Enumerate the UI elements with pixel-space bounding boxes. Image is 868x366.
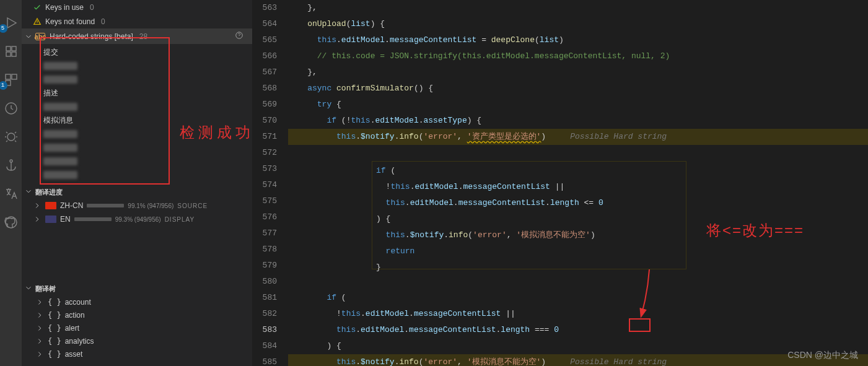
svg-rect-2 — [12, 46, 16, 51]
code-line[interactable]: !this.editModel.messageContentList || — [288, 306, 868, 322]
code-line[interactable] — [288, 274, 868, 290]
hardcoded-item[interactable] — [43, 74, 252, 85]
line-number: 574 — [252, 177, 277, 193]
activity-bar: 5 1 — [0, 0, 22, 366]
line-number: 570 — [252, 113, 277, 129]
keys-not-found-label: Keys not found — [45, 17, 95, 26]
check-icon — [33, 3, 42, 12]
code-line[interactable]: async confirmSimulator() { — [288, 81, 868, 97]
github-icon[interactable] — [4, 215, 19, 230]
lang-row[interactable]: ZH-CN 99.1% (947/956) SOURCE — [22, 199, 252, 212]
chevron-right-icon — [35, 350, 44, 359]
tree-item[interactable]: { }account — [24, 295, 252, 308]
code-line[interactable]: this.$notify.info('error', '模拟消息不能为空') P… — [288, 354, 868, 366]
help-icon[interactable] — [235, 31, 243, 41]
line-number: 567 — [252, 64, 277, 81]
sidebar-panel: Keys in use 0 Keys not found 0 abc Hard-… — [22, 0, 252, 366]
lang-code: EN — [60, 215, 71, 224]
svg-point-9 — [7, 133, 15, 141]
puzzle-icon[interactable] — [4, 44, 19, 59]
tree-header-label: 翻译树 — [35, 284, 56, 294]
keys-not-found-count: 0 — [101, 17, 105, 26]
line-number: 582 — [252, 306, 277, 322]
chevron-right-icon — [33, 215, 42, 224]
hardcoded-item[interactable]: 描述 — [43, 87, 252, 98]
svg-rect-6 — [12, 74, 17, 79]
line-number: 563 — [252, 0, 277, 16]
code-line[interactable]: if (!this.editModel.assetType) { — [288, 113, 868, 129]
code-line[interactable]: ) { — [288, 338, 868, 354]
line-number: 578 — [252, 242, 277, 258]
keys-in-use-row[interactable]: Keys in use 0 — [22, 0, 252, 14]
code-line[interactable]: }, — [288, 64, 868, 81]
translation-progress-header[interactable]: 翻译进度 — [22, 185, 252, 199]
extensions-icon[interactable]: 1 — [4, 72, 19, 87]
code-line[interactable]: this.$notify.info('error', '资产类型是必选的') P… — [288, 129, 868, 145]
chevron-right-icon — [35, 311, 44, 320]
code-line[interactable]: // this.code = JSON.stringify(this.editM… — [288, 48, 868, 64]
tree-item[interactable]: { }analytics — [24, 334, 252, 347]
hardcoded-item[interactable]: 模拟消息 — [43, 115, 252, 126]
warning-icon — [33, 17, 42, 26]
code-line[interactable]: this.editModel.messageContentList.length… — [288, 322, 868, 338]
keys-in-use-count: 0 — [90, 3, 94, 12]
lang-row[interactable]: EN 99.3% (949/956) DISPLAY — [22, 212, 252, 226]
hardcoded-item[interactable] — [43, 155, 252, 167]
lang-tag: SOURCE — [177, 203, 208, 209]
hardcoded-item[interactable]: 提交 — [43, 46, 252, 58]
lang-tag: DISPLAY — [165, 216, 195, 223]
chevron-right-icon — [35, 298, 44, 307]
line-number: 571 — [252, 129, 277, 145]
line-number: 575 — [252, 193, 277, 209]
line-number: 585 — [252, 354, 277, 366]
ext-badge: 1 — [0, 81, 7, 90]
code-line[interactable]: this.editModel.messageContentList = deep… — [288, 32, 868, 48]
line-number: 579 — [252, 258, 277, 274]
line-number: 565 — [252, 32, 277, 48]
run-icon[interactable]: 5 — [4, 15, 19, 30]
hardcoded-header[interactable]: abc Hard-coded strings [beta] 28 — [22, 28, 252, 44]
hardcoded-label: Hard-coded strings [beta] — [50, 32, 133, 41]
watermark: CSDN @边中之城 — [787, 350, 858, 361]
lang-pct: 99.1% (947/956) — [128, 203, 173, 209]
code-line[interactable]: try { — [288, 97, 868, 113]
code-line[interactable]: onUpload(list) { — [288, 16, 868, 32]
progress-bar — [74, 217, 112, 221]
abc-icon: abc — [35, 33, 45, 40]
chevron-right-icon — [35, 324, 44, 333]
lang-pct: 99.3% (949/956) — [115, 216, 161, 223]
line-number: 576 — [252, 209, 277, 225]
svg-rect-3 — [6, 52, 11, 56]
tree-item[interactable]: { }asset — [24, 347, 252, 360]
line-number: 577 — [252, 225, 277, 242]
code-line[interactable] — [288, 145, 868, 161]
chevron-right-icon — [35, 337, 44, 346]
line-number: 584 — [252, 338, 277, 354]
hardcoded-item[interactable] — [43, 169, 252, 180]
line-number: 572 — [252, 145, 277, 161]
anchor-icon[interactable] — [4, 158, 19, 173]
hardcoded-item[interactable] — [43, 101, 252, 112]
translate-icon[interactable] — [4, 186, 19, 201]
chevron-down-icon — [24, 187, 33, 197]
tree-item[interactable]: { }action — [24, 308, 252, 321]
hardcoded-item[interactable] — [43, 60, 252, 71]
code-line[interactable]: }, — [288, 0, 868, 16]
hardcoded-count: 28 — [139, 32, 147, 41]
lang-rows: ZH-CN 99.1% (947/956) SOURCE EN 99.3% (9… — [22, 199, 252, 226]
timeline-icon[interactable] — [4, 101, 19, 116]
bug-icon[interactable] — [4, 129, 19, 144]
run-badge: 5 — [0, 24, 7, 33]
svg-rect-1 — [6, 46, 11, 51]
hardcoded-item[interactable] — [43, 128, 252, 139]
tree-header[interactable]: 翻译树 — [22, 282, 252, 295]
hardcoded-list: 提交描述模拟消息 — [22, 44, 252, 185]
line-number: 581 — [252, 290, 277, 306]
lang-code: ZH-CN — [60, 201, 83, 210]
flag-icon — [45, 216, 56, 223]
tree-item[interactable]: { }alert — [24, 321, 252, 334]
hardcoded-item[interactable] — [43, 142, 252, 153]
code-line[interactable]: if ( — [288, 290, 868, 306]
keys-not-found-row[interactable]: Keys not found 0 — [22, 14, 252, 28]
svg-marker-0 — [7, 18, 16, 28]
